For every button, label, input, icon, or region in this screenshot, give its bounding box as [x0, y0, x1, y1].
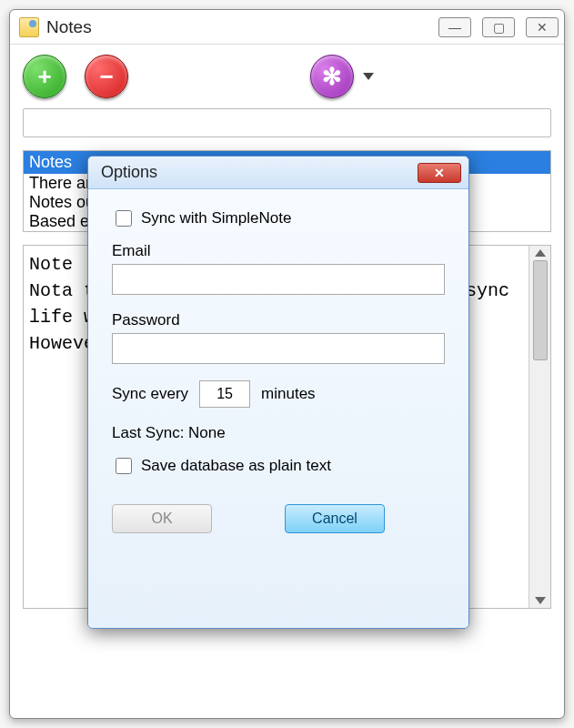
- titlebar: Notes — ▢ ✕: [10, 10, 564, 45]
- sync-every-label: Sync every: [112, 385, 188, 403]
- settings-button[interactable]: ✻: [310, 55, 354, 98]
- sync-minutes-label: minutes: [261, 385, 316, 403]
- window-title: Notes: [46, 17, 438, 37]
- search-input[interactable]: [23, 108, 551, 137]
- email-field[interactable]: [112, 264, 445, 295]
- ok-button[interactable]: OK: [112, 504, 212, 533]
- scrollbar[interactable]: [529, 246, 550, 608]
- minimize-button[interactable]: —: [438, 17, 471, 37]
- settings-group: ✻: [310, 55, 374, 98]
- scroll-thumb[interactable]: [533, 260, 548, 360]
- password-label: Password: [112, 311, 445, 329]
- dialog-title: Options: [101, 163, 418, 182]
- dialog-titlebar: Options ✕: [88, 157, 468, 189]
- save-plain-checkbox[interactable]: [116, 458, 132, 474]
- sync-checkbox-label: Sync with SimpleNote: [141, 209, 291, 228]
- save-plain-label: Save database as plain text: [141, 457, 331, 475]
- plus-icon: +: [37, 63, 51, 91]
- main-window: Notes — ▢ ✕ + − ✻ Notes There are few t …: [9, 9, 565, 719]
- minus-icon: −: [99, 63, 113, 91]
- cancel-button[interactable]: Cancel: [285, 504, 385, 533]
- sync-interval-row: Sync every minutes: [112, 380, 445, 408]
- add-note-button[interactable]: +: [23, 55, 66, 98]
- scroll-up-icon[interactable]: [535, 249, 546, 257]
- sync-interval-field[interactable]: [199, 380, 250, 408]
- scroll-down-icon[interactable]: [535, 597, 546, 604]
- sync-checkbox-row: Sync with SimpleNote: [112, 207, 445, 229]
- password-field[interactable]: [112, 333, 445, 364]
- delete-note-button[interactable]: −: [85, 55, 128, 98]
- sync-checkbox[interactable]: [116, 210, 132, 227]
- gear-icon: ✻: [322, 63, 342, 91]
- dialog-buttons: OK Cancel: [112, 504, 445, 533]
- window-buttons: — ▢ ✕: [438, 17, 559, 37]
- maximize-button[interactable]: ▢: [482, 17, 515, 37]
- close-button[interactable]: ✕: [526, 17, 559, 37]
- save-plain-row: Save database as plain text: [112, 455, 445, 477]
- app-icon: [19, 17, 39, 37]
- email-label: Email: [112, 242, 445, 260]
- dialog-close-button[interactable]: ✕: [418, 163, 461, 183]
- last-sync-label: Last Sync: None: [112, 424, 445, 442]
- dialog-body: Sync with SimpleNote Email Password Sync…: [88, 189, 468, 628]
- dropdown-caret-icon[interactable]: [363, 73, 374, 80]
- options-dialog: Options ✕ Sync with SimpleNote Email Pas…: [87, 156, 469, 629]
- toolbar: + − ✻: [10, 45, 564, 108]
